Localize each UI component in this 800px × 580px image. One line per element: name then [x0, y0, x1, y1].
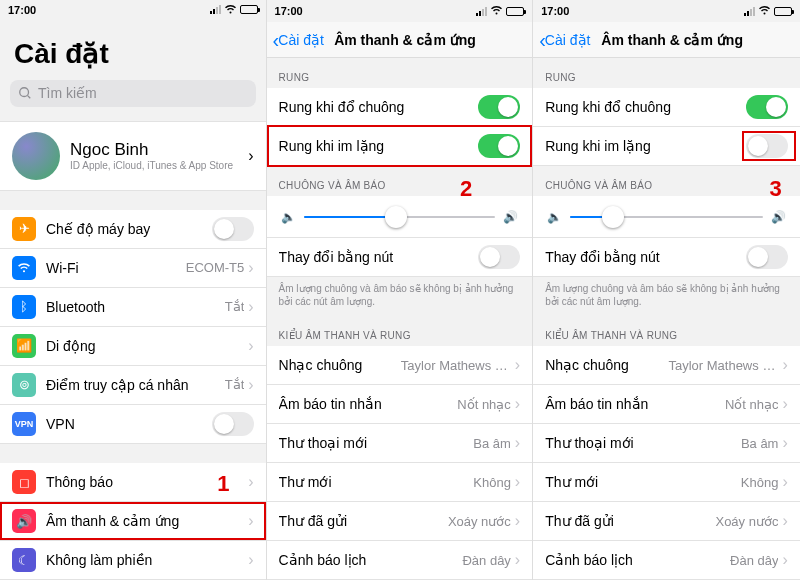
- vibrate-ring-toggle[interactable]: [478, 95, 520, 119]
- speaker-high-icon: 🔊: [771, 210, 786, 224]
- chevron-right-icon: ›: [248, 147, 253, 165]
- profile-name: Ngoc Binh: [70, 140, 248, 160]
- panel-sounds-2: 17:00 ‹Cài đặt Âm thanh & cảm ứng RUNG R…: [267, 0, 534, 580]
- speaker-high-icon: 🔊: [503, 210, 518, 224]
- change-buttons-toggle[interactable]: [746, 245, 788, 269]
- vibrate-ring-toggle[interactable]: [746, 95, 788, 119]
- wifi-icon: [490, 5, 503, 17]
- row-change-buttons: Thay đổi bằng nút: [267, 238, 533, 277]
- volume-slider[interactable]: [304, 216, 496, 218]
- airplane-icon: ✈: [12, 217, 36, 241]
- status-bar: 17:00: [267, 0, 533, 22]
- section-header-rung: RUNG: [267, 58, 533, 88]
- page-title: Cài đặt: [0, 19, 266, 80]
- search-input[interactable]: Tìm kiếm: [10, 80, 256, 106]
- row-ringtone[interactable]: Nhạc chuôngTaylor Mathews - Radio Girl›: [267, 346, 533, 385]
- row-ringtone[interactable]: Nhạc chuôngTaylor Mathews - Radio Girl›: [533, 346, 800, 385]
- row-calendar[interactable]: Cảnh báo lịchĐàn dây›: [533, 541, 800, 580]
- svg-line-1: [28, 96, 31, 99]
- nav-title: Âm thanh & cảm ứng: [284, 32, 526, 48]
- row-sentmail[interactable]: Thư đã gửiXoáy nước›: [533, 502, 800, 541]
- annotation-label-3: 3: [770, 176, 782, 202]
- profile-sub: ID Apple, iCloud, iTunes & App Store: [70, 160, 248, 171]
- row-wifi[interactable]: Wi-Fi ECOM-T5 ›: [0, 249, 266, 288]
- svg-point-0: [20, 88, 29, 97]
- chevron-right-icon: ›: [248, 473, 253, 491]
- volume-slider[interactable]: [570, 216, 763, 218]
- annotation-label-1: 1: [217, 471, 229, 497]
- nav-bar: ‹Cài đặt Âm thanh & cảm ứng: [533, 22, 800, 58]
- cellular-icon: 📶: [12, 334, 36, 358]
- signal-icon: [476, 7, 487, 16]
- chevron-right-icon: ›: [248, 376, 253, 394]
- volume-slider-row: 🔈 🔊: [533, 196, 800, 238]
- row-vibrate-ring: Rung khi đổ chuông: [533, 88, 800, 127]
- row-vpn[interactable]: VPN VPN: [0, 405, 266, 444]
- sounds-icon: 🔊: [12, 509, 36, 533]
- notifications-icon: ◻: [12, 470, 36, 494]
- wifi-settings-icon: [12, 256, 36, 280]
- wifi-icon: [758, 5, 771, 17]
- row-sounds[interactable]: 🔊 Âm thanh & cảm ứng ›: [0, 502, 266, 541]
- row-airplane[interactable]: ✈ Chế độ máy bay: [0, 210, 266, 249]
- vibrate-silent-toggle[interactable]: [746, 134, 788, 158]
- chevron-right-icon: ›: [248, 512, 253, 530]
- signal-icon: [210, 5, 221, 14]
- chevron-right-icon: ›: [248, 551, 253, 569]
- hotspot-icon: ⊚: [12, 373, 36, 397]
- speaker-low-icon: 🔈: [547, 210, 562, 224]
- section-footer-vol: Âm lượng chuông và âm báo sẽ không bị ản…: [267, 277, 533, 316]
- battery-icon: [240, 5, 258, 14]
- chevron-right-icon: ›: [248, 298, 253, 316]
- airplane-toggle[interactable]: [212, 217, 254, 241]
- row-voicemail[interactable]: Thư thoại mớiBa âm›: [267, 424, 533, 463]
- annotation-label-2: 2: [460, 176, 472, 202]
- vibrate-silent-toggle[interactable]: [478, 134, 520, 158]
- row-dnd[interactable]: ☾ Không làm phiền ›: [0, 541, 266, 580]
- section-header-kieu: KIỂU ÂM THANH VÀ RUNG: [267, 316, 533, 346]
- status-bar: 17:00: [0, 0, 266, 19]
- row-cellular[interactable]: 📶 Di động ›: [0, 327, 266, 366]
- row-vibrate-ring: Rung khi đổ chuông: [267, 88, 533, 127]
- bluetooth-icon: ᛒ: [12, 295, 36, 319]
- row-newmail[interactable]: Thư mớiKhông›: [267, 463, 533, 502]
- avatar: [12, 132, 60, 180]
- profile-row[interactable]: Ngoc Binh ID Apple, iCloud, iTunes & App…: [0, 121, 266, 191]
- row-texttone[interactable]: Âm báo tin nhắnNốt nhạc›: [533, 385, 800, 424]
- row-newmail[interactable]: Thư mớiKhông›: [533, 463, 800, 502]
- chevron-right-icon: ›: [248, 259, 253, 277]
- speaker-low-icon: 🔈: [281, 210, 296, 224]
- status-time: 17:00: [8, 4, 36, 16]
- search-placeholder: Tìm kiếm: [38, 85, 97, 101]
- dnd-icon: ☾: [12, 548, 36, 572]
- status-bar: 17:00: [533, 0, 800, 22]
- panel-sounds-3: 17:00 ‹Cài đặt Âm thanh & cảm ứng RUNG R…: [533, 0, 800, 580]
- chevron-right-icon: ›: [248, 337, 253, 355]
- signal-icon: [744, 7, 755, 16]
- nav-title: Âm thanh & cảm ứng: [550, 32, 793, 48]
- row-voicemail[interactable]: Thư thoại mớiBa âm›: [533, 424, 800, 463]
- row-sentmail[interactable]: Thư đã gửiXoáy nước›: [267, 502, 533, 541]
- row-vibrate-silent: Rung khi im lặng: [267, 127, 533, 166]
- section-header-chuong: CHUÔNG VÀ ÂM BÁO: [267, 166, 533, 196]
- row-change-buttons: Thay đổi bằng nút: [533, 238, 800, 277]
- vpn-toggle[interactable]: [212, 412, 254, 436]
- row-hotspot[interactable]: ⊚ Điểm truy cập cá nhân Tắt ›: [0, 366, 266, 405]
- nav-bar: ‹Cài đặt Âm thanh & cảm ứng: [267, 22, 533, 58]
- battery-icon: [506, 7, 524, 16]
- battery-icon: [774, 7, 792, 16]
- panel-settings-root: 17:00 Cài đặt Tìm kiếm Ngoc Binh ID Appl…: [0, 0, 267, 580]
- search-icon: [18, 86, 32, 100]
- row-calendar[interactable]: Cảnh báo lịchĐàn dây›: [267, 541, 533, 580]
- row-bluetooth[interactable]: ᛒ Bluetooth Tắt ›: [0, 288, 266, 327]
- change-buttons-toggle[interactable]: [478, 245, 520, 269]
- vpn-icon: VPN: [12, 412, 36, 436]
- row-vibrate-silent: Rung khi im lặng: [533, 127, 800, 166]
- wifi-icon: [224, 4, 237, 16]
- row-texttone[interactable]: Âm báo tin nhắnNốt nhạc›: [267, 385, 533, 424]
- volume-slider-row: 🔈 🔊: [267, 196, 533, 238]
